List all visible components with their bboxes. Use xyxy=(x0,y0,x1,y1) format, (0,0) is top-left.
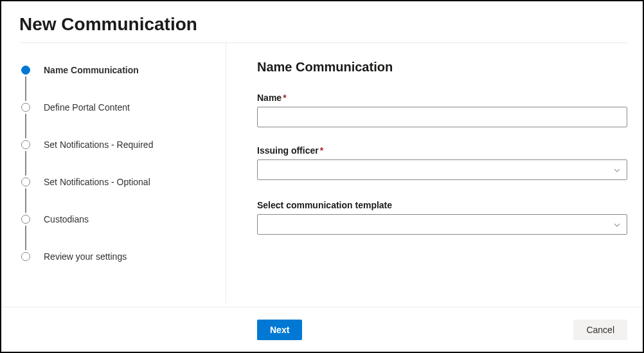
step-connector xyxy=(19,151,32,176)
step-connector xyxy=(19,188,32,213)
step-name-communication[interactable]: Name Communication xyxy=(19,64,226,77)
issuing-officer-field: Issuing officer* xyxy=(257,145,627,182)
step-label: Define Portal Content xyxy=(44,102,130,113)
step-connector xyxy=(19,77,32,101)
name-field: Name* xyxy=(257,93,627,127)
form-panel: Name Communication Name* Issuing officer… xyxy=(226,43,643,303)
step-set-notifications-optional[interactable]: Set Notifications - Optional xyxy=(19,176,226,188)
footer: Next Cancel xyxy=(1,307,643,352)
content-area: Name Communication Define Portal Content… xyxy=(1,43,643,303)
required-asterisk: * xyxy=(283,93,286,103)
form-title: Name Communication xyxy=(257,60,627,75)
required-asterisk: * xyxy=(320,145,323,156)
page-title: New Communication xyxy=(1,1,643,42)
step-label: Set Notifications - Optional xyxy=(44,177,150,187)
step-indicator xyxy=(19,103,32,112)
step-indicator xyxy=(19,252,32,261)
name-label: Name* xyxy=(257,93,627,103)
step-set-notifications-required[interactable]: Set Notifications - Required xyxy=(19,138,226,151)
step-connector xyxy=(19,226,32,250)
step-connector xyxy=(19,114,32,138)
wizard-steps: Name Communication Define Portal Content… xyxy=(1,43,226,303)
cancel-button[interactable]: Cancel xyxy=(573,320,627,340)
name-input[interactable] xyxy=(257,107,627,127)
step-label: Set Notifications - Required xyxy=(44,140,153,150)
next-button[interactable]: Next xyxy=(257,320,302,340)
step-custodians[interactable]: Custodians xyxy=(19,213,226,226)
issuing-officer-select[interactable] xyxy=(257,159,627,180)
template-label: Select communication template xyxy=(257,200,627,210)
step-indicator xyxy=(19,177,32,186)
template-field: Select communication template xyxy=(257,200,627,237)
step-indicator xyxy=(19,66,32,75)
step-label: Name Communication xyxy=(44,65,139,75)
template-select[interactable] xyxy=(257,214,627,235)
step-indicator xyxy=(19,215,32,224)
step-review-settings[interactable]: Review your settings xyxy=(19,250,226,263)
issuing-officer-label: Issuing officer* xyxy=(257,145,627,156)
step-define-portal-content[interactable]: Define Portal Content xyxy=(19,101,226,114)
step-label: Custodians xyxy=(44,214,89,224)
step-indicator xyxy=(19,140,32,149)
step-label: Review your settings xyxy=(44,251,127,262)
